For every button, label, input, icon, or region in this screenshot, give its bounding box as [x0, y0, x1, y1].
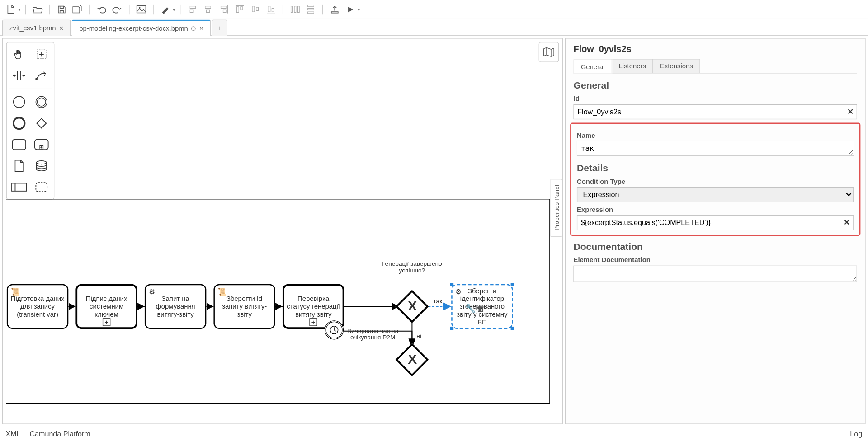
tab-label: zvit_csv1.bpmn: [9, 24, 56, 32]
tab-zvit-csv1[interactable]: zvit_csv1.bpmn ×: [2, 19, 71, 36]
tab-bp-modeling[interactable]: bp-modeling-excerpt-csv-docx.bpmn ×: [72, 19, 211, 36]
properties-panel: Flow_0yvls2s General Listeners Extension…: [565, 38, 866, 424]
condition-type-select[interactable]: Expression: [577, 187, 854, 202]
task-label: Запит на формування витягу-звіту: [148, 295, 203, 318]
props-tabs: General Listeners Extensions: [574, 59, 857, 73]
run-icon[interactable]: [343, 2, 358, 16]
align-center-h-icon[interactable]: [248, 2, 262, 16]
new-tab-button[interactable]: +: [212, 19, 228, 36]
gear-icon: ⚙: [455, 287, 462, 296]
new-file-dropdown-icon[interactable]: ▾: [18, 6, 21, 12]
dist-h-icon[interactable]: [288, 2, 302, 16]
bpmn-task-sign-data[interactable]: Підпис даних системним ключем +: [75, 284, 137, 329]
bpmn-timer-event[interactable]: [325, 320, 344, 339]
diagram-canvas[interactable]: Properties Panel: [2, 38, 563, 424]
task-label: Підготовка даних для запису (transient v…: [10, 295, 65, 318]
new-file-icon[interactable]: [3, 2, 18, 16]
name-input[interactable]: так: [577, 141, 854, 155]
trash-icon[interactable]: 🗑: [476, 304, 485, 313]
log-link[interactable]: Log: [850, 429, 862, 438]
file-tabbar: zvit_csv1.bpmn × bp-modeling-excerpt-csv…: [0, 19, 868, 36]
run-dropdown-icon[interactable]: ▾: [358, 6, 360, 12]
tab-general[interactable]: General: [574, 59, 612, 73]
platform-label[interactable]: Camunda Platform: [29, 429, 90, 438]
clear-icon[interactable]: ✕: [844, 218, 850, 227]
label-condition-type: Condition Type: [577, 178, 854, 185]
section-documentation: Documentation: [574, 241, 857, 253]
xml-view-link[interactable]: XML: [5, 429, 20, 438]
top-toolbar: ▾ ▾ ▾: [0, 0, 868, 19]
flow-label-no: ні: [416, 332, 421, 339]
status-bar: XML Camunda Platform Log: [0, 427, 868, 441]
timer-label: Вичерпано час на очікування P2M: [342, 327, 403, 341]
close-icon[interactable]: ×: [59, 24, 63, 33]
task-label: Підпис даних системним ключем: [80, 295, 133, 318]
task-label: Зберегти Id запиту витягу-звіту: [217, 295, 272, 318]
documentation-input[interactable]: [574, 266, 857, 282]
align-top-icon[interactable]: [232, 2, 246, 16]
gear-icon: ⚙: [149, 287, 156, 296]
clear-icon[interactable]: ✕: [847, 107, 854, 116]
save-icon[interactable]: [54, 2, 69, 16]
image-icon[interactable]: [134, 2, 148, 16]
script-icon: 📜: [217, 287, 226, 296]
selected-element-title: Flow_0yvls2s: [574, 44, 857, 54]
highlighted-region: Name так Details Condition Type Expressi…: [570, 123, 860, 236]
svg-rect-0: [137, 5, 146, 13]
task-label: Перевірка статусу генерації витягу звіту: [287, 295, 340, 318]
align-left-icon[interactable]: [185, 2, 199, 16]
save-all-icon[interactable]: [70, 2, 85, 16]
label-id: Id: [574, 95, 857, 103]
close-icon[interactable]: ×: [199, 24, 203, 33]
redo-icon[interactable]: [110, 2, 124, 16]
tab-listeners[interactable]: Listeners: [611, 59, 653, 73]
wrench-icon[interactable]: 🔧: [465, 304, 476, 314]
svg-point-1: [139, 7, 141, 9]
gateway-label: Генерації завершено успішно?: [381, 260, 443, 273]
align-right-icon[interactable]: [217, 2, 231, 16]
align-center-v-icon[interactable]: [201, 2, 215, 16]
tab-label: bp-modeling-excerpt-csv-docx.bpmn: [79, 24, 188, 32]
dist-v-icon[interactable]: [303, 2, 318, 16]
align-bottom-icon[interactable]: [264, 2, 278, 16]
expand-icon[interactable]: +: [103, 318, 110, 326]
highlight-dropdown-icon[interactable]: ▾: [173, 6, 175, 12]
label-name: Name: [577, 131, 854, 139]
label-element-doc: Element Documentation: [574, 256, 857, 264]
flow-label-yes: так: [434, 297, 443, 304]
deploy-icon[interactable]: [327, 2, 342, 16]
undo-icon[interactable]: [94, 2, 108, 16]
bpmn-task-request-excerpt[interactable]: ⚙ Запит на формування витягу-звіту: [145, 284, 206, 329]
tab-extensions[interactable]: Extensions: [653, 59, 700, 73]
label-expression: Expression: [577, 206, 854, 213]
expand-icon[interactable]: +: [309, 318, 317, 326]
expression-input[interactable]: [577, 215, 854, 230]
highlight-icon[interactable]: [158, 2, 173, 16]
bpmn-task-prep-data[interactable]: 📜 Підготовка даних для запису (transient…: [7, 284, 68, 329]
diagram-connectors: [3, 39, 562, 424]
section-details: Details: [577, 163, 854, 174]
bpmn-task-save-id[interactable]: 📜 Зберегти Id запиту витягу-звіту: [213, 284, 275, 329]
section-general: General: [574, 80, 857, 91]
open-folder-icon[interactable]: [30, 2, 45, 16]
script-icon: 📜: [11, 287, 20, 296]
id-input[interactable]: [574, 104, 857, 119]
dirty-indicator-icon: [191, 26, 196, 31]
